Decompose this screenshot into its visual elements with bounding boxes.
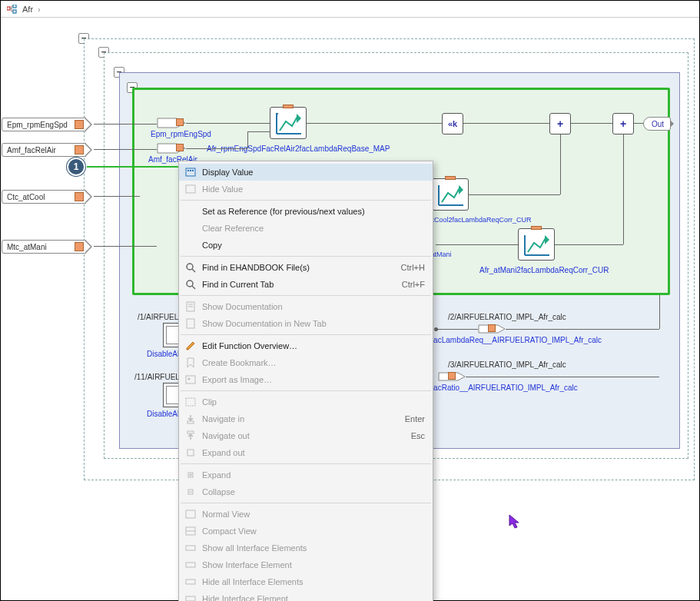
pencil-icon: [179, 340, 202, 351]
menu-compact-view[interactable]: Compact View: [179, 523, 433, 540]
shortcut: Enter: [396, 414, 425, 423]
clip-icon: [179, 397, 202, 407]
block-map[interactable]: [270, 107, 307, 139]
wire: [623, 134, 624, 244]
inport-amf[interactable]: Amf_facRelAir: [2, 142, 86, 158]
svg-rect-2: [13, 10, 16, 13]
menu-find-ehandbook[interactable]: Find in EHANDBOOK File(s) Ctrl+H: [179, 259, 433, 276]
block-plus2[interactable]: +: [612, 113, 634, 134]
menu-hide-all-interface[interactable]: Hide all Interface Elements: [179, 573, 433, 590]
breadcrumb-label[interactable]: Afr: [22, 5, 33, 14]
separator: [181, 463, 431, 464]
menu-edit-function-overview[interactable]: Edit Function Overview…: [179, 337, 433, 354]
menu-normal-view[interactable]: Normal View: [179, 506, 433, 523]
menu-find-current-tab[interactable]: Find in Current Tab Ctrl+F: [179, 276, 433, 293]
wire: [555, 244, 623, 245]
svg-rect-20: [187, 431, 194, 433]
menu-set-reference[interactable]: Set as Reference (for previous/next valu…: [179, 203, 433, 220]
wire: [247, 131, 270, 132]
wire: [469, 194, 560, 195]
block-plus1[interactable]: +: [549, 113, 571, 134]
svg-rect-19: [187, 421, 194, 423]
wire: [307, 123, 442, 124]
wire-highlighted: [87, 166, 179, 168]
wire: [560, 134, 561, 194]
section-3-bot: Afr_facRatio__AIRFUELRATIO_IMPL_Afr_calc: [417, 384, 578, 392]
separator: [181, 256, 431, 257]
block-cur2[interactable]: [518, 228, 555, 261]
menu-clear-reference[interactable]: Clear Reference: [179, 220, 433, 237]
menu-expand-out[interactable]: Expand out: [179, 444, 433, 461]
menu-navigate-in[interactable]: Navigate in Enter: [179, 410, 433, 427]
interface-icon: [179, 594, 202, 601]
menu-show-all-interface[interactable]: Show all Interface Elements: [179, 540, 433, 556]
inport-ctc[interactable]: Ctc_atCool: [2, 189, 86, 204]
tag-icon: [448, 372, 456, 380]
section-2-bot: Afr_facLambdaReq__AIRFUELRATIO_IMPL_Afr_…: [417, 336, 602, 344]
svg-rect-0: [7, 7, 10, 10]
inner-port-epm[interactable]: [157, 118, 186, 128]
model-icon: [7, 5, 18, 14]
inner-port-amf[interactable]: [157, 143, 186, 154]
tag-icon: [445, 176, 456, 180]
menu-hide-interface[interactable]: Hide Interface Element: [179, 590, 433, 601]
navigate-out-icon: [179, 430, 202, 441]
separator: [181, 334, 431, 335]
wire: [506, 329, 659, 330]
wire: [186, 123, 270, 124]
interface-icon: [179, 543, 202, 553]
svg-rect-15: [187, 319, 194, 328]
menu-collapse[interactable]: Collapse: [179, 483, 433, 500]
marker-1[interactable]: 1: [67, 158, 85, 176]
svg-rect-31: [186, 563, 195, 567]
tag-icon: [176, 118, 184, 126]
menu-copy[interactable]: Copy: [179, 237, 433, 254]
view-icon: [179, 510, 202, 519]
menu-show-interface[interactable]: Show Interface Element: [179, 556, 433, 573]
collapse-icon: [179, 486, 202, 497]
block-kk[interactable]: «k: [442, 113, 463, 134]
inport-epm[interactable]: Epm_rpmEngSpd: [2, 117, 86, 132]
interface-icon: [179, 577, 202, 586]
wire: [436, 329, 478, 330]
svg-rect-27: [186, 510, 195, 518]
hide-icon: [179, 184, 202, 194]
block-cur1[interactable]: [432, 178, 469, 211]
wire: [463, 123, 549, 124]
inport-mtc[interactable]: Mtc_atMani: [2, 239, 86, 254]
menu-navigate-out[interactable]: Navigate out Esc: [179, 427, 433, 444]
wire: [94, 149, 157, 150]
menu-hide-value[interactable]: Hide Value: [179, 181, 433, 198]
svg-point-17: [188, 378, 191, 380]
expand-icon: [179, 470, 202, 480]
menu-export-image[interactable]: Export as Image…: [179, 371, 433, 388]
shortcut: Ctrl+H: [392, 263, 425, 272]
tag-icon: [75, 242, 84, 251]
svg-rect-3: [186, 168, 195, 176]
document-icon: [179, 318, 202, 329]
svg-rect-4: [187, 170, 189, 171]
section-2-port[interactable]: [478, 324, 506, 334]
document-icon: [179, 301, 202, 312]
separator: [181, 390, 431, 391]
cursor-icon: [509, 514, 521, 530]
display-icon: [179, 168, 202, 177]
menu-show-doc[interactable]: Show Documentation: [179, 298, 433, 315]
menu-display-value[interactable]: Display Value: [179, 164, 433, 181]
inport-ctc-label: Ctc_atCool: [2, 193, 45, 201]
svg-rect-5: [190, 170, 191, 171]
inner-label-epm: Epm_rpmEngSpd: [151, 130, 211, 138]
out-port[interactable]: Out: [643, 117, 671, 131]
navigate-in-icon: [179, 413, 202, 424]
menu-create-bookmark[interactable]: Create Bookmark…: [179, 354, 433, 371]
canvas[interactable]: – – – – Epm_rpmEngSpd Amf_facRelAir Ctc_…: [5, 22, 695, 596]
svg-rect-7: [186, 185, 195, 193]
menu-expand[interactable]: Expand: [179, 467, 433, 483]
section-3-top: /3/AIRFUELRATIO_IMPL_Afr_calc: [448, 360, 566, 369]
wire-junction: [434, 327, 438, 331]
menu-clip[interactable]: Clip: [179, 393, 433, 410]
menu-show-doc-newtab[interactable]: Show Documentation in New Tab: [179, 315, 433, 332]
wire: [466, 377, 659, 377]
svg-point-10: [187, 281, 193, 287]
section-3-port[interactable]: [438, 372, 466, 381]
